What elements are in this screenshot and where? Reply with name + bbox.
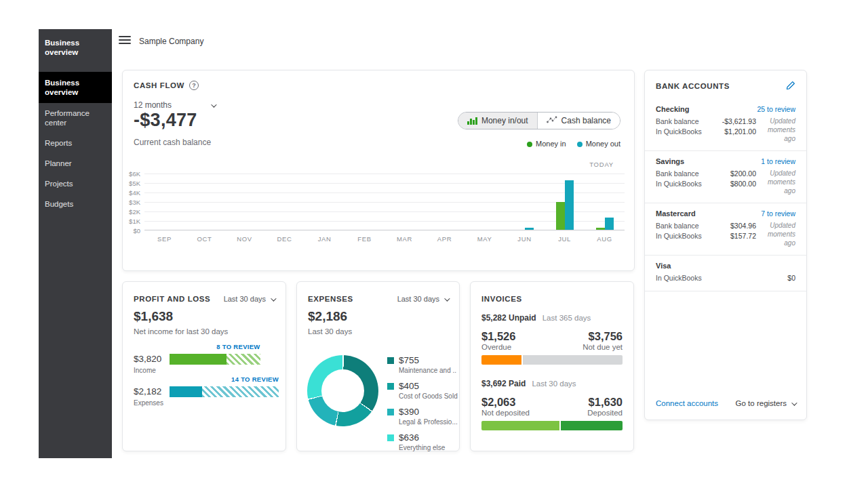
balance-label: Bank balance [656,221,699,231]
sidebar-item-reports[interactable]: Reports [39,133,112,153]
pnl-bar-income[interactable] [170,354,260,365]
y-tick-label: $2K [123,208,140,216]
profit-and-loss-card: PROFIT AND LOSS Last 30 days $1,638 Net … [122,281,286,451]
net-income-amount: $1,638 [134,309,173,324]
cash-flow-chart[interactable] [144,174,625,230]
expense-amount: $390 [399,407,419,417]
not-due-amount: $3,756 [583,329,623,343]
x-axis-labels: SEPOCTNOVDECJANFEBMARAPRMAYJUNJULAUG [144,235,625,243]
legend-square-icon [387,383,394,390]
bar-money-out-aug[interactable] [605,218,614,230]
expenses-donut-chart[interactable] [307,355,378,426]
cash-balance-amount: -$3,477 [134,110,197,131]
bar-money-in-jul[interactable] [556,202,565,230]
sidebar-item-planner[interactable]: Planner [39,153,112,174]
to-review-link[interactable]: 1 to review [761,157,795,165]
expense-legend-item: $636Everything else [387,431,461,452]
expense-legend-item: $390Legal & Professio... [387,405,461,426]
pnl-bar-expenses[interactable] [170,386,279,397]
chevron-down-icon [791,400,797,405]
chevron-down-icon [444,296,450,301]
month-label-apr: APR [425,235,465,243]
paid-progress-bar[interactable] [481,421,623,430]
edit-icon[interactable] [786,81,795,90]
gridline [144,211,625,212]
menu-icon[interactable] [119,36,131,45]
unpaid-progress-bar[interactable] [481,355,623,365]
balance-value: $800.00 [730,179,756,189]
account-balances: Bank balance-$3,621.93In QuickBooks$1,20… [656,117,756,143]
toggle-cash-balance[interactable]: Cash balance [538,113,620,129]
bar-segment [523,355,623,365]
bank-accounts-list: Checking25 to reviewBank balance-$3,621.… [645,99,806,291]
go-to-registers-dropdown[interactable]: Go to registers [736,399,795,407]
account-balances: In QuickBooks [656,273,787,283]
help-icon[interactable]: ? [189,81,199,90]
bar-reviewed [170,354,226,365]
y-tick-label: $5K [123,180,140,187]
balance-row: In QuickBooks [656,273,787,283]
not-deposited-amount: $2,063 [481,395,530,409]
account-header: Mastercard7 to review [656,209,795,218]
expense-category: Everything else [399,443,461,452]
expenses-total: $2,186 [308,309,347,324]
legend-dot-icon [527,142,532,147]
legend-dot-icon [577,142,583,147]
bar-segment [561,421,623,430]
toggle-label: Money in/out [481,116,528,125]
net-income-caption: Net income for last 30 days [134,327,228,336]
to-review-link[interactable]: 7 to review [761,209,795,218]
month-label-feb: FEB [344,235,384,243]
balance-label: In QuickBooks [656,231,702,241]
sidebar-item-projects[interactable]: Projects [39,174,112,194]
bar-reviewed [170,386,202,397]
month-label-jan: JAN [304,235,344,243]
balance-value: $157.72 [730,231,756,241]
month-label-may: MAY [465,235,505,243]
toggle-money-in-out[interactable]: Money in/out [458,113,537,129]
expenses-caption: Last 30 days [308,327,352,336]
gridline [144,183,625,184]
legend-square-icon [387,434,394,441]
sidebar: Business overview Business overviewPerfo… [39,29,112,458]
cash-flow-title: CASH FLOW [134,81,184,89]
bar-to-review [226,354,260,365]
expenses-period-dropdown[interactable]: Last 30 days [397,295,448,303]
deposited-amount: $1,630 [587,395,623,409]
pnl-period-dropdown[interactable]: Last 30 days [224,295,275,303]
legend-label: Money out [586,140,620,148]
month-label-aug: AUG [585,235,625,243]
sidebar-item-budgets[interactable]: Budgets [39,194,112,214]
bar-money-out-jun[interactable] [525,228,534,230]
unpaid-summary: $5,282 UnpaidLast 365 days [481,313,591,323]
chart-legend: Money inMoney out [527,140,620,148]
balance-label: In QuickBooks [656,127,702,137]
legend-money-out: Money out [577,140,620,148]
month-label-mar: MAR [384,235,425,243]
deposited-label: Deposited [587,409,623,417]
account-name: Checking [656,105,690,113]
chart-toggle: Money in/outCash balance [458,112,620,129]
y-tick-label: $6K [123,170,140,178]
balance-label: Bank balance [656,169,699,179]
bar-money-in-aug[interactable] [596,228,605,230]
bar-money-out-jul[interactable] [565,180,574,230]
not-deposited-label: Not deposited [481,409,530,417]
balance-row: Bank balance-$3,621.93 [656,117,756,127]
invoices-title: INVOICES [481,295,522,303]
account-body: Bank balance-$3,621.93In QuickBooks$1,20… [656,117,795,143]
connect-accounts-link[interactable]: Connect accounts [656,399,718,407]
to-review-link[interactable]: 25 to review [757,105,795,113]
period-dropdown[interactable]: 12 months [134,100,215,110]
sidebar-item-business-overview[interactable]: Business overview [39,72,112,103]
toggle-label: Cash balance [561,116,611,125]
not-due-block: $3,756 Not due yet [583,329,623,351]
to-review-badge[interactable]: 8 TO REVIEW [179,343,260,350]
not-deposited-block: $2,063 Not deposited [481,395,530,417]
expense-legend-item: $755Maintenance and .. [387,354,461,375]
pnl-row-amount: $3,820 [134,354,161,364]
chevron-down-icon [271,296,276,301]
to-review-badge[interactable]: 14 TO REVIEW [197,375,279,383]
cash-flow-card: CASH FLOW ? 12 months -$3,477 Current ca… [122,70,635,271]
sidebar-item-performance-center[interactable]: Performance center [39,103,112,133]
